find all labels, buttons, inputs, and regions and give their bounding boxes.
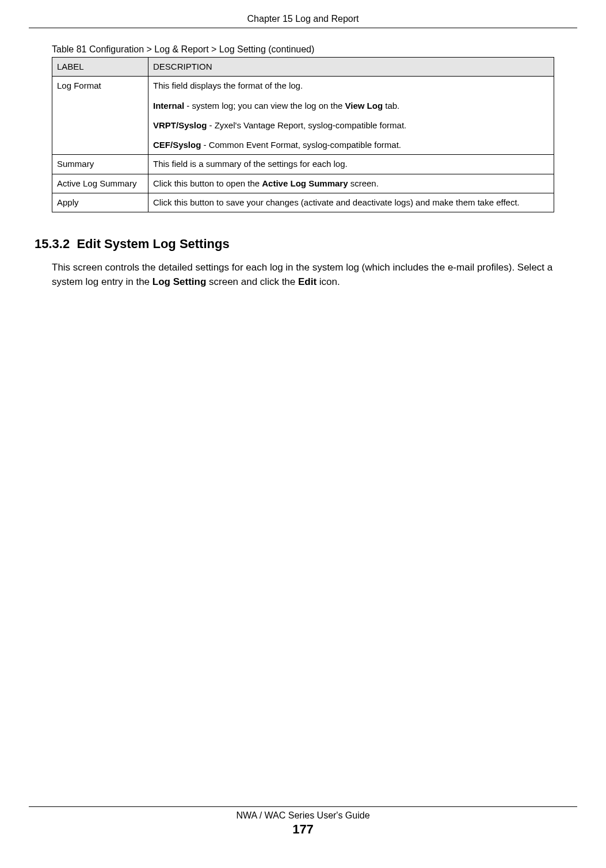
footer-rule	[29, 806, 577, 807]
row-label: Log Format	[52, 77, 148, 155]
table-row: Apply Click this button to save your cha…	[52, 193, 554, 212]
row-label: Active Log Summary	[52, 174, 148, 193]
row-description: This field is a summary of the settings …	[148, 155, 554, 174]
footer-page-number: 177	[0, 822, 606, 837]
table-row: Summary This field is a summary of the s…	[52, 155, 554, 174]
desc-line: Internal - system log; you can view the …	[153, 100, 549, 112]
table-caption: Table 81 Configuration > Log & Report > …	[52, 44, 554, 55]
section-number: 15.3.2	[35, 237, 70, 251]
table-header-description: DESCRIPTION	[148, 58, 554, 77]
row-description: Click this button to open the Active Log…	[148, 174, 554, 193]
settings-table: LABEL DESCRIPTION Log Format This field …	[52, 57, 554, 212]
desc-line: CEF/Syslog - Common Event Format, syslog…	[153, 139, 549, 151]
section-title: Edit System Log Settings	[77, 237, 229, 251]
row-label: Apply	[52, 193, 148, 212]
table-row: Log Format This field displays the forma…	[52, 77, 554, 155]
section-heading: 15.3.2 Edit System Log Settings	[35, 237, 554, 252]
table-row: Active Log Summary Click this button to …	[52, 174, 554, 193]
desc-line: This field displays the format of the lo…	[153, 80, 549, 92]
desc-line: VRPT/Syslog - Zyxel's Vantage Report, sy…	[153, 120, 549, 131]
section-paragraph: This screen controls the detailed settin…	[52, 261, 554, 289]
row-label: Summary	[52, 155, 148, 174]
chapter-header: Chapter 15 Log and Report	[0, 0, 606, 28]
main-content: Table 81 Configuration > Log & Report > …	[0, 28, 606, 289]
row-description: This field displays the format of the lo…	[148, 77, 554, 155]
page-footer: NWA / WAC Series User's Guide 177	[0, 806, 606, 837]
table-header-label: LABEL	[52, 58, 148, 77]
footer-guide-title: NWA / WAC Series User's Guide	[0, 810, 606, 821]
row-description: Click this button to save your changes (…	[148, 193, 554, 212]
